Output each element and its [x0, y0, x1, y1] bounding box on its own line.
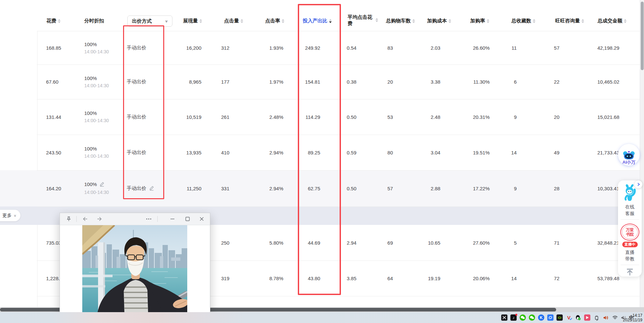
cell-ctr: 8.78%: [231, 276, 285, 281]
more-menu-icon[interactable]: [143, 213, 154, 225]
sort-icon[interactable]: [412, 19, 415, 23]
cell-discount: 100%14:00-14:30: [60, 145, 112, 160]
capcut-tray-icon[interactable]: [501, 314, 508, 321]
cell-cart_rate: 27.60%: [442, 240, 491, 246]
row-border: [37, 206, 640, 207]
sort-icon[interactable]: [624, 19, 627, 23]
collapse-panel-button[interactable]: [634, 180, 642, 188]
sort-icon[interactable]: [487, 19, 489, 23]
live-teaching-button[interactable]: 直播带教: [625, 249, 635, 262]
cell-cost: 735.03: [37, 240, 60, 246]
qq-tray-icon[interactable]: [575, 314, 581, 321]
header-ctr[interactable]: 点击率: [265, 18, 284, 24]
header-cart_cost[interactable]: 加购成本: [427, 18, 451, 24]
cell-carts: 53: [358, 114, 395, 120]
edit-bid-icon[interactable]: [149, 185, 154, 192]
ai-robot-icon: [623, 151, 635, 160]
back-to-top-icon[interactable]: [625, 268, 635, 277]
cell-carts: 20: [358, 79, 395, 85]
cell-carts: 83: [358, 45, 395, 51]
cell-bid: 手动出价: [112, 45, 162, 51]
cell-gmv: 42,198.29: [561, 45, 621, 51]
sort-icon[interactable]: [241, 19, 243, 23]
sort-icon[interactable]: [58, 19, 61, 23]
header-gmv[interactable]: 总成交金额: [598, 18, 627, 24]
cell-favorites: 5: [491, 240, 518, 246]
discount-time: 14:00-14:30: [84, 48, 112, 56]
forward-icon[interactable]: [94, 213, 105, 225]
ai-assistant-label: AI小万: [623, 160, 635, 164]
ai-assistant-button[interactable]: AI小万: [618, 144, 640, 166]
cell-cart_cost: 19.19: [395, 276, 442, 281]
header-carts[interactable]: 总购物车数: [386, 18, 415, 24]
cell-cart_rate: 20.06%: [442, 276, 491, 281]
sort-icon[interactable]: [375, 18, 378, 22]
header-avg_click_cost[interactable]: 平均点击花费: [348, 14, 378, 26]
mini-window-titlebar[interactable]: [60, 213, 210, 225]
cell-roi: 62.75: [285, 186, 322, 191]
cell-wangwang: 72: [518, 276, 561, 281]
wechat2-tray-icon[interactable]: [528, 314, 535, 321]
header-clicks[interactable]: 点击量: [224, 18, 243, 24]
cell-carts: 69: [358, 240, 395, 246]
more-button[interactable]: 更多 ∨: [0, 210, 20, 221]
cell-roi: 249.92: [285, 45, 322, 51]
cell-discount: 100%14:00-14:30: [60, 180, 112, 196]
minimize-icon[interactable]: [167, 213, 178, 225]
cell-bid: 手动出价: [112, 114, 162, 120]
table-header: 花费分时折扣出价方式∨展现量点击量点击率投入产出比平均点击花费总购物车数加购成本…: [0, 5, 644, 31]
chevron-down-icon: ∨: [165, 19, 168, 23]
discount-time: 14:00-14:30: [84, 189, 112, 196]
edit-discount-icon[interactable]: [99, 181, 105, 189]
bid-method-value: 手动出价: [127, 149, 146, 155]
header-favorites[interactable]: 总收藏数: [511, 18, 535, 24]
sort-icon[interactable]: [199, 19, 202, 23]
mini-player-window[interactable]: [60, 213, 210, 313]
sort-icon[interactable]: [533, 19, 535, 23]
header-roi[interactable]: 投入产出比: [303, 18, 332, 24]
k-app-tray-icon[interactable]: K: [538, 314, 545, 321]
header-cost[interactable]: 花费: [46, 18, 61, 24]
bid-method-select[interactable]: 出价方式∨: [127, 15, 172, 27]
bid-method-value: 手动出价: [127, 185, 146, 191]
header-discount: 分时折扣: [84, 18, 104, 24]
maximize-icon[interactable]: [182, 213, 193, 225]
sort-icon[interactable]: [449, 19, 451, 23]
usb-eject-tray-icon[interactable]: [593, 314, 600, 321]
bid-method-select-value: 出价方式: [132, 18, 152, 24]
swirl-app-tray-icon[interactable]: [547, 314, 554, 321]
cell-avg_click_cost: 0.54: [322, 45, 358, 51]
cell-ctr: 2.94%: [231, 186, 285, 191]
taskbar-clock[interactable]: 14:17 2025/11/19: [623, 313, 642, 322]
clock-date: 2025/11/19: [623, 318, 642, 322]
live-badge[interactable]: 直播中: [622, 242, 638, 247]
sort-icon[interactable]: [282, 19, 284, 23]
pink-app-tray-icon[interactable]: [584, 314, 591, 321]
more-button-label: 更多: [2, 213, 12, 219]
v-app-tray-icon[interactable]: V: [565, 314, 572, 321]
cell-cart_cost: 10.65: [395, 240, 442, 246]
academy-seal-button[interactable]: 万堂 书院: [620, 224, 639, 241]
online-service-button[interactable]: 在线客服: [625, 203, 635, 217]
service-panel: 在线客服 万堂 书院 直播中 直播带教: [618, 180, 642, 277]
volume-alert-tray-icon[interactable]: [602, 314, 609, 321]
nvidia-tray-icon[interactable]: [556, 314, 563, 321]
douyin-tray-icon[interactable]: ♪: [510, 314, 517, 321]
cell-cart_rate: 26.60%: [442, 45, 491, 51]
close-icon[interactable]: [196, 213, 207, 225]
table-row: 131.44100%14:00-14:30手动出价10,5192612.48%1…: [37, 99, 621, 135]
sort-icon[interactable]: [329, 19, 332, 23]
pin-icon[interactable]: [63, 213, 74, 225]
header-cart_rate[interactable]: 加购率: [470, 18, 489, 24]
cell-bid: 手动出价: [112, 79, 162, 85]
back-icon[interactable]: [80, 213, 91, 225]
sort-icon[interactable]: [581, 19, 584, 23]
header-impressions[interactable]: 展现量: [183, 18, 202, 24]
vertical-scrollbar-thumb[interactable]: [641, 2, 644, 70]
header-wangwang[interactable]: 旺旺咨询量: [555, 18, 584, 24]
cell-impressions: 13,935: [162, 150, 203, 155]
wechat-tray-icon[interactable]: [519, 314, 526, 321]
cell-clicks: 331: [203, 186, 231, 191]
bid-method-value: 手动出价: [127, 45, 146, 50]
wifi-tray-icon[interactable]: [611, 314, 618, 321]
